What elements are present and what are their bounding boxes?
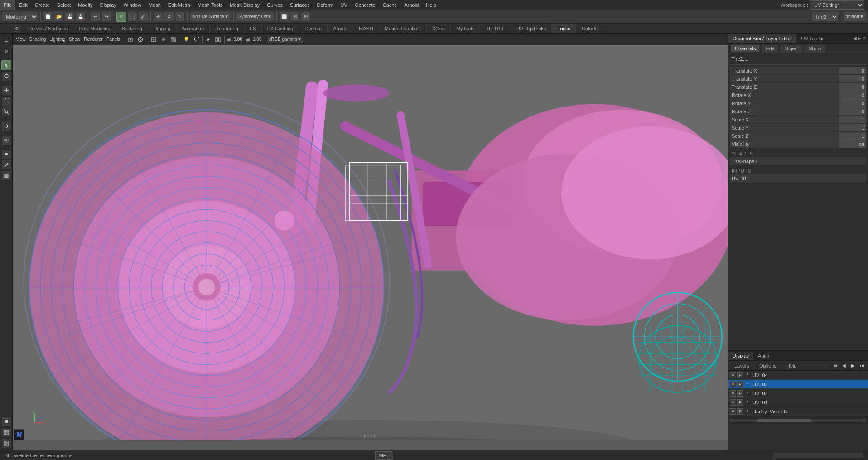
layer-v-uv03[interactable]: V bbox=[730, 381, 736, 387]
layer-p-uv04[interactable]: P bbox=[737, 372, 743, 378]
menu-file[interactable]: File bbox=[0, 0, 15, 10]
mode-select[interactable]: Modeling bbox=[2, 12, 38, 22]
mel-indicator[interactable]: MEL bbox=[375, 451, 394, 460]
tab-mytools[interactable]: MyTools bbox=[451, 24, 480, 33]
layers-sub-tab[interactable]: Layers bbox=[730, 362, 754, 370]
anim-tab[interactable]: Anim bbox=[753, 352, 774, 360]
channel-value-rz[interactable]: 0 bbox=[839, 107, 866, 115]
edit-tab[interactable]: Edit bbox=[762, 44, 778, 53]
redo-btn[interactable]: ↪ bbox=[101, 12, 111, 22]
menu-display[interactable]: Display bbox=[96, 0, 120, 10]
channel-value-sz[interactable]: 1 bbox=[839, 132, 866, 140]
move-tool-btn[interactable]: ✛ bbox=[153, 12, 163, 22]
select-tool-btn[interactable]: ↖ bbox=[116, 12, 126, 22]
channel-translate-x[interactable]: Translate X 0 bbox=[730, 67, 866, 75]
menu-curves[interactable]: Curves bbox=[263, 0, 286, 10]
tab-arnold[interactable]: Arnold bbox=[328, 24, 353, 33]
show-tab[interactable]: Show bbox=[805, 44, 825, 53]
channel-value-sx[interactable]: 1 bbox=[839, 116, 866, 123]
camera-grid-3[interactable]: ⊟ bbox=[301, 12, 311, 22]
menu-arnold[interactable]: Arnold bbox=[401, 0, 423, 10]
shelf-settings-icon[interactable]: ⚙ bbox=[14, 25, 20, 32]
camera-grid-2[interactable]: ⊞ bbox=[290, 12, 300, 22]
options-sub-tab[interactable]: Options bbox=[755, 362, 781, 370]
shapes-row[interactable]: TireShape2 bbox=[730, 157, 866, 165]
camera-select[interactable]: Tire2 bbox=[811, 12, 839, 22]
default-light-btn[interactable]: 💡 bbox=[182, 35, 190, 44]
tab-turtle[interactable]: TURTLE bbox=[480, 24, 511, 33]
show-menu-btn[interactable]: Show bbox=[68, 35, 82, 44]
channel-box-tab[interactable]: Channel Box / Layer Editor bbox=[728, 34, 796, 43]
menu-create[interactable]: Create bbox=[31, 0, 53, 10]
symmetry-btn[interactable]: Symmetry: Off ▼ bbox=[236, 12, 274, 22]
edge-mode[interactable] bbox=[1, 160, 11, 170]
camera-grid-1[interactable]: ⬜ bbox=[279, 12, 289, 22]
channel-value-tx[interactable]: 0 bbox=[839, 67, 866, 74]
layer-nav-next[interactable]: ▶ bbox=[849, 362, 857, 370]
layer-row-uv03[interactable]: V P / UV_03 bbox=[728, 380, 868, 389]
channel-value-ry[interactable]: 0 bbox=[839, 99, 866, 107]
channel-scale-z[interactable]: Scale Z 1 bbox=[730, 132, 866, 140]
rp-collapse-btn[interactable]: ◀ bbox=[853, 36, 857, 41]
tab-curves-surfaces[interactable]: Curves / Surfaces bbox=[23, 24, 73, 33]
channel-rotate-x[interactable]: Rotate X 0 bbox=[730, 91, 866, 99]
layer-nav-first[interactable]: ⏮ bbox=[831, 362, 839, 370]
menu-edit[interactable]: Edit bbox=[15, 0, 31, 10]
viewport[interactable]: View Shading Lighting Show Renderer Pane… bbox=[13, 34, 728, 450]
paint-select-btn[interactable]: 🖌 bbox=[138, 12, 148, 22]
menu-window[interactable]: Window bbox=[120, 0, 145, 10]
layer-row-harley[interactable]: V P / Harley_Visibility bbox=[728, 407, 868, 416]
lighting-menu-btn[interactable]: Lighting bbox=[48, 35, 67, 44]
workspace-dropdown[interactable]: UV Editing* bbox=[810, 0, 864, 10]
channel-visibility[interactable]: Visibility on bbox=[730, 140, 866, 148]
move-tool[interactable] bbox=[1, 85, 11, 95]
layer-p-harley[interactable]: P bbox=[737, 408, 743, 415]
vertex-mode[interactable] bbox=[1, 149, 11, 159]
xray-btn[interactable]: ◈ bbox=[204, 35, 212, 44]
no-live-surface-btn[interactable]: No Live Surface ▼ bbox=[190, 12, 231, 22]
inputs-row[interactable]: UV_01 bbox=[730, 174, 866, 183]
menu-mesh-tools[interactable]: Mesh Tools bbox=[194, 0, 226, 10]
left-top-icon-2[interactable]: ⚙ bbox=[1, 46, 11, 56]
new-scene-btn[interactable]: 📄 bbox=[43, 12, 53, 22]
tab-rigging[interactable]: Rigging bbox=[148, 24, 176, 33]
shading-menu-btn[interactable]: Shading bbox=[28, 35, 48, 44]
layer-v-uv01[interactable]: V bbox=[730, 399, 736, 406]
channels-tab[interactable]: Channels bbox=[731, 44, 760, 53]
save-scene-as-btn[interactable]: 💾 bbox=[76, 12, 86, 22]
help-sub-tab[interactable]: Help bbox=[782, 362, 801, 370]
tab-uv-tiptricks[interactable]: UV_TipTricks bbox=[511, 24, 552, 33]
texture-btn[interactable] bbox=[169, 35, 178, 44]
view-menu-btn[interactable]: View bbox=[14, 35, 27, 44]
universal-manip-tool[interactable] bbox=[1, 121, 11, 131]
face-mode[interactable] bbox=[1, 171, 11, 181]
tab-tricks[interactable]: Tricks bbox=[552, 24, 576, 33]
menu-deform[interactable]: Deform bbox=[313, 0, 337, 10]
menu-mesh[interactable]: Mesh bbox=[145, 0, 164, 10]
menu-select[interactable]: Select bbox=[53, 0, 75, 10]
layer-p-uv01[interactable]: P bbox=[737, 399, 743, 406]
soft-select-tool[interactable] bbox=[1, 135, 11, 145]
tab-colorid[interactable]: ColorID bbox=[576, 24, 604, 33]
tab-sculpting[interactable]: Sculpting bbox=[116, 24, 148, 33]
renderer-menu-btn[interactable]: Renderer bbox=[82, 35, 104, 44]
channel-value-rx[interactable]: 0 bbox=[839, 91, 866, 99]
channel-value-tz[interactable]: 0 bbox=[839, 83, 866, 91]
tab-fx-caching[interactable]: FX Caching bbox=[262, 24, 299, 33]
channel-value-ty[interactable]: 0 bbox=[839, 75, 866, 82]
quick-layout-btn[interactable] bbox=[1, 438, 11, 448]
layer-p-uv03[interactable]: P bbox=[737, 381, 743, 387]
channel-scale-x[interactable]: Scale X 1 bbox=[730, 116, 866, 124]
tab-custom[interactable]: Custom bbox=[299, 24, 328, 33]
undo-btn[interactable]: ↩ bbox=[91, 12, 101, 22]
select-tool[interactable] bbox=[1, 60, 11, 70]
layer-p-uv02[interactable]: P bbox=[737, 390, 743, 397]
scale-tool-btn[interactable]: ⤡ bbox=[175, 12, 185, 22]
rotate-tool-btn[interactable]: ↺ bbox=[164, 12, 174, 22]
channel-scale-y[interactable]: Scale Y 1 bbox=[730, 124, 866, 132]
wireframe-btn[interactable] bbox=[149, 35, 158, 44]
scale-tool[interactable] bbox=[1, 107, 11, 117]
tab-mash[interactable]: MASH bbox=[353, 24, 379, 33]
left-top-icon-1[interactable]: ☰ bbox=[1, 35, 11, 45]
rp-expand-btn[interactable]: ▶ bbox=[858, 36, 861, 41]
